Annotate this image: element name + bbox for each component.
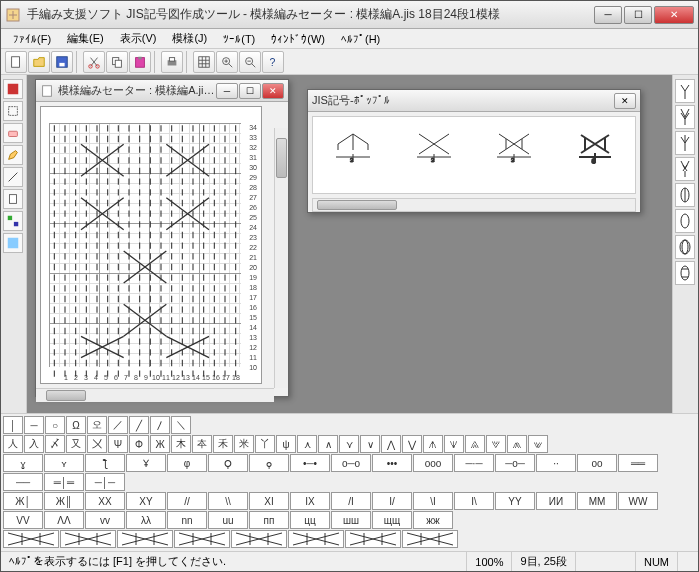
palette-symbol[interactable]: uu (208, 511, 248, 529)
palette-symbol[interactable]: ─o─ (495, 454, 535, 472)
palette-symbol[interactable]: ƪ (85, 454, 125, 472)
palette-symbol[interactable]: ⋎ (339, 435, 359, 453)
maximize-button[interactable]: ☐ (624, 6, 652, 24)
rtool-2[interactable] (675, 105, 695, 129)
palette-symbol[interactable] (231, 530, 287, 548)
palette-symbol[interactable]: ϙ (249, 454, 289, 472)
palette-symbol[interactable]: ИИ (536, 492, 576, 510)
tool-pencil[interactable] (3, 145, 23, 165)
tool-page[interactable] (3, 189, 23, 209)
palette-symbol[interactable]: ⩓ (465, 435, 485, 453)
palette-symbol[interactable]: nn (167, 511, 207, 529)
rtool-7[interactable] (675, 235, 695, 259)
palette-symbol[interactable]: 〤 (87, 435, 107, 453)
zoom-in-button[interactable] (216, 51, 238, 73)
symbol-2[interactable]: 3 (414, 129, 454, 167)
vertical-scrollbar[interactable] (274, 128, 288, 388)
palette-symbol[interactable]: 丫 (255, 435, 275, 453)
symbol-3[interactable]: 3 (494, 129, 534, 167)
palette-symbol[interactable]: \I (413, 492, 453, 510)
menu-help[interactable]: ﾍﾙﾌﾟ(H) (333, 31, 388, 47)
scrollbar-thumb[interactable] (317, 200, 397, 210)
palette-symbol[interactable] (288, 530, 344, 548)
close-button[interactable]: ✕ (654, 6, 694, 24)
palette-symbol[interactable]: •─• (290, 454, 330, 472)
rtool-6[interactable] (675, 209, 695, 233)
palette-symbol[interactable] (117, 530, 173, 548)
palette-symbol[interactable] (345, 530, 401, 548)
help-button[interactable]: ? (262, 51, 284, 73)
palette-symbol[interactable]: ⩔ (486, 435, 506, 453)
minimize-button[interactable]: ─ (594, 6, 622, 24)
palette-symbol[interactable]: 禾 (213, 435, 233, 453)
palette-symbol[interactable] (174, 530, 230, 548)
palette-symbol[interactable]: ooo (413, 454, 453, 472)
palette-symbol[interactable] (60, 530, 116, 548)
palette-symbol[interactable]: XY (126, 492, 166, 510)
palette-symbol[interactable]: ── (3, 473, 43, 491)
menu-tools[interactable]: ﾂｰﾙ(T) (215, 31, 263, 47)
palette-symbol[interactable]: \\ (208, 492, 248, 510)
palette-symbol[interactable]: WW (618, 492, 658, 510)
tool-fill[interactable] (3, 233, 23, 253)
palette-symbol[interactable]: 木 (171, 435, 191, 453)
palette-symbol[interactable]: 〳 (150, 416, 170, 434)
palette-symbol[interactable]: λλ (126, 511, 166, 529)
cut-button[interactable] (83, 51, 105, 73)
palette-symbol[interactable]: цц (290, 511, 330, 529)
palette-symbol[interactable]: ─·─ (454, 454, 494, 472)
palette-symbol[interactable]: ─│─ (85, 473, 125, 491)
palette-symbol[interactable]: /I (331, 492, 371, 510)
palette-symbol[interactable]: ⋁ (402, 435, 422, 453)
pattern-titlebar[interactable]: 模様編みセーター : 模様編A.jis 18目... ─ ☐ ✕ (36, 80, 288, 102)
palette-symbol[interactable]: I/ (372, 492, 412, 510)
symbol-1[interactable]: 3 (333, 129, 373, 167)
palette-symbol[interactable]: 人 (3, 435, 23, 453)
palette-symbol[interactable]: ⩕ (507, 435, 527, 453)
palette-symbol[interactable]: ∧ (318, 435, 338, 453)
palette-symbol[interactable]: XX (85, 492, 125, 510)
palette-symbol[interactable]: ·· (536, 454, 576, 472)
rtool-5[interactable] (675, 183, 695, 207)
palette-symbol[interactable]: YY (495, 492, 535, 510)
menu-edit[interactable]: 編集(E) (59, 29, 112, 48)
palette-symbol[interactable]: ─ (24, 416, 44, 434)
palette-symbol[interactable]: Ж│ (3, 492, 43, 510)
palette-symbol[interactable]: ⋏ (297, 435, 317, 453)
pattern-maximize[interactable]: ☐ (239, 83, 261, 99)
palette-symbol[interactable]: ∨ (360, 435, 380, 453)
new-button[interactable] (5, 51, 27, 73)
tool-select[interactable] (3, 101, 23, 121)
menu-window[interactable]: ｳｨﾝﾄﾞｳ(W) (263, 31, 333, 47)
palette-symbol[interactable]: жж (413, 511, 453, 529)
palette-symbol[interactable]: ••• (372, 454, 412, 472)
palette-symbol[interactable]: o─o (331, 454, 371, 472)
palette-symbol[interactable]: ═│═ (44, 473, 84, 491)
scrollbar-thumb[interactable] (276, 138, 287, 178)
palette-symbol[interactable]: ╱ (129, 416, 149, 434)
palette-symbol[interactable]: ʏ (44, 454, 84, 472)
palette-symbol[interactable]: XI (249, 492, 289, 510)
palette-symbol[interactable]: Φ (129, 435, 149, 453)
rtool-3[interactable] (675, 131, 695, 155)
tool-line[interactable] (3, 167, 23, 187)
palette-symbol[interactable]: ⩖ (528, 435, 548, 453)
rtool-8[interactable] (675, 261, 695, 285)
palette-symbol[interactable]: Ж (150, 435, 170, 453)
palette-symbol[interactable]: // (167, 492, 207, 510)
pattern-canvas[interactable]: 3433323130292827262524232221201918171615… (40, 106, 262, 384)
palette-symbol[interactable]: ⋀ (381, 435, 401, 453)
palette-symbol[interactable]: φ (167, 454, 207, 472)
tool-color[interactable] (3, 79, 23, 99)
rtool-1[interactable] (675, 79, 695, 103)
palette-symbol[interactable]: │ (3, 416, 23, 434)
symbol-scrollbar[interactable] (312, 198, 636, 212)
palette-symbol[interactable]: щщ (372, 511, 412, 529)
palette-symbol[interactable]: vv (85, 511, 125, 529)
palette-symbol[interactable]: I\ (454, 492, 494, 510)
save-button[interactable] (51, 51, 73, 73)
menu-pattern[interactable]: 模様(J) (164, 29, 215, 48)
palette-symbol[interactable]: ══ (618, 454, 658, 472)
palette-symbol[interactable]: Ω (66, 416, 86, 434)
paste-button[interactable] (129, 51, 151, 73)
